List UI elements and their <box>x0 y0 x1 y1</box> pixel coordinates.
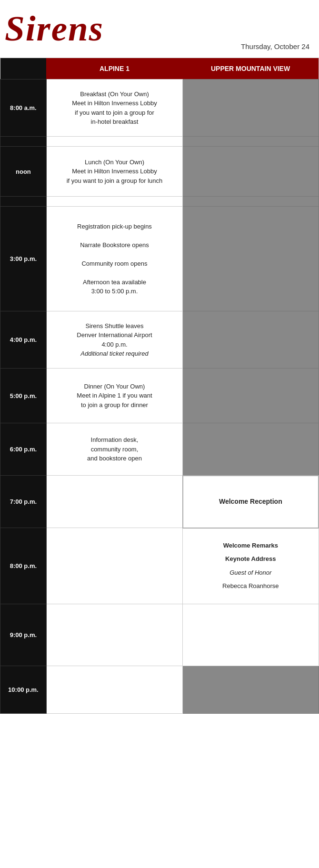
time-label-5pm: 5:00 p.m. <box>0 369 47 423</box>
table-row: 6:00 p.m. Information desk,community roo… <box>0 423 319 476</box>
logo: Sirens <box>5 5 110 53</box>
time-label-4pm: 4:00 p.m. <box>0 311 47 369</box>
table-row: 7:00 p.m. Welcome Reception <box>0 476 319 528</box>
mountain-cell-7pm: Welcome Reception <box>183 476 319 528</box>
table-row: 4:00 p.m. Sirens Shuttle leavesDenver In… <box>0 311 319 369</box>
table-row: 9:00 p.m. <box>0 604 319 666</box>
time-label-7pm: 7:00 p.m. <box>0 476 47 528</box>
schedule-table: ALPINE 1 UPPER MOUNTAIN VIEW 8:00 a.m. B… <box>0 58 319 714</box>
keynote-address-text: Keynote Address <box>225 555 276 562</box>
mountain-cell-4pm <box>183 311 319 369</box>
time-label-8pm: 8:00 p.m. <box>0 528 47 604</box>
spacer-row-2 <box>0 197 319 207</box>
alpine-cell-8am: Breakfast (On Your Own)Meet in Hilton In… <box>46 80 182 137</box>
svg-text:Sirens: Sirens <box>5 9 104 48</box>
alpine-cell-10pm <box>46 666 182 714</box>
alpine-column-header: ALPINE 1 <box>46 58 182 80</box>
welcome-remarks-text: Welcome Remarks <box>223 542 278 549</box>
mountain-cell-noon <box>183 147 319 197</box>
alpine-cell-3pm: Registration pick-up begins Narrate Book… <box>46 207 182 311</box>
mountain-cell-3pm <box>183 207 319 311</box>
time-label-3pm: 3:00 p.m. <box>0 207 47 311</box>
spacer-row-1 <box>0 137 319 147</box>
mountain-cell-8pm: Welcome Remarks Keynote Address Guest of… <box>183 528 319 604</box>
time-label-9pm: 9:00 p.m. <box>0 604 47 666</box>
table-row: 5:00 p.m. Dinner (On Your Own)Meet in Al… <box>0 369 319 423</box>
alpine-cell-4pm: Sirens Shuttle leavesDenver Internationa… <box>46 311 182 369</box>
time-column-header <box>0 58 47 80</box>
welcome-reception-text: Welcome Reception <box>219 498 282 505</box>
guest-name-text: Rebecca Roanhorse <box>222 582 279 589</box>
alpine-cell-6pm: Information desk,community room,and book… <box>46 423 182 476</box>
table-row: 3:00 p.m. Registration pick-up begins Na… <box>0 207 319 311</box>
alpine-cell-8pm <box>46 528 182 604</box>
alpine-cell-7pm <box>46 476 182 528</box>
mountain-cell-5pm <box>183 369 319 423</box>
table-row: 8:00 p.m. Welcome Remarks Keynote Addres… <box>0 528 319 604</box>
table-row: 10:00 p.m. <box>0 666 319 714</box>
page-header: Sirens Thursday, October 24 <box>0 0 319 58</box>
date-display: Thursday, October 24 <box>241 42 309 53</box>
table-header-row: ALPINE 1 UPPER MOUNTAIN VIEW <box>0 58 319 80</box>
time-label-6pm: 6:00 p.m. <box>0 423 47 476</box>
time-label-10pm: 10:00 p.m. <box>0 666 47 714</box>
guest-of-honor-label: Guest of Honor <box>229 569 271 576</box>
mountain-cell-6pm <box>183 423 319 476</box>
table-row: 8:00 a.m. Breakfast (On Your Own)Meet in… <box>0 80 319 137</box>
mountain-cell-9pm <box>183 604 319 666</box>
alpine-cell-5pm: Dinner (On Your Own)Meet in Alpine 1 if … <box>46 369 182 423</box>
time-label-noon: noon <box>0 147 47 197</box>
mountain-column-header: UPPER MOUNTAIN VIEW <box>183 58 319 80</box>
mountain-cell-8am <box>183 80 319 137</box>
alpine-cell-noon: Lunch (On Your Own)Meet in Hilton Invern… <box>46 147 182 197</box>
mountain-cell-10pm <box>183 666 319 714</box>
time-label-8am: 8:00 a.m. <box>0 80 47 137</box>
alpine-cell-9pm <box>46 604 182 666</box>
table-row: noon Lunch (On Your Own)Meet in Hilton I… <box>0 147 319 197</box>
